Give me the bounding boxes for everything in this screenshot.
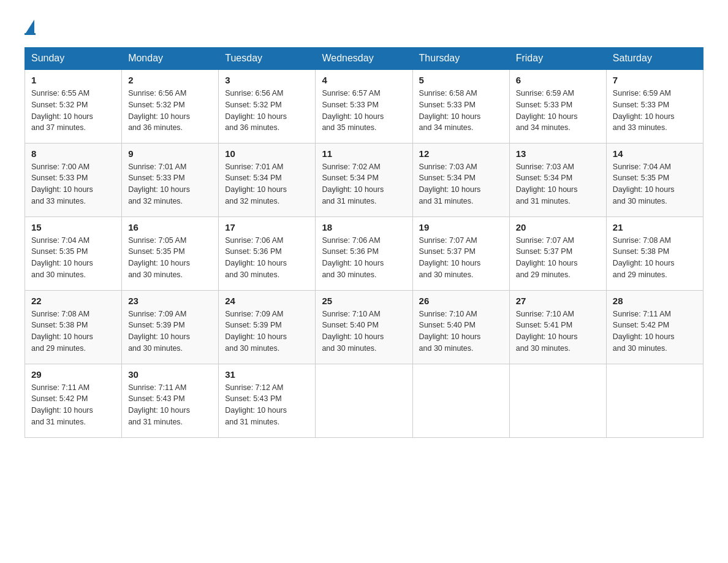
weekday-header-friday: Friday: [509, 48, 606, 70]
calendar-day-cell: 1 Sunrise: 6:55 AMSunset: 5:32 PMDayligh…: [25, 69, 122, 143]
calendar-day-cell: 15 Sunrise: 7:04 AMSunset: 5:35 PMDaylig…: [25, 216, 122, 290]
day-number: 16: [128, 222, 212, 232]
day-info: Sunrise: 7:11 AMSunset: 5:42 PMDaylight:…: [613, 310, 675, 353]
day-number: 11: [322, 148, 406, 159]
day-number: 21: [613, 222, 697, 232]
calendar-week-row: 22 Sunrise: 7:08 AMSunset: 5:38 PMDaylig…: [25, 290, 703, 364]
day-number: 18: [322, 222, 406, 232]
calendar-day-cell: 6 Sunrise: 6:59 AMSunset: 5:33 PMDayligh…: [509, 69, 606, 143]
calendar-day-cell: 4 Sunrise: 6:57 AMSunset: 5:33 PMDayligh…: [316, 69, 412, 143]
calendar-day-cell: 28 Sunrise: 7:11 AMSunset: 5:42 PMDaylig…: [606, 290, 703, 364]
day-number: 6: [516, 75, 600, 85]
calendar-day-cell: 13 Sunrise: 7:03 AMSunset: 5:34 PMDaylig…: [509, 143, 606, 216]
day-number: 23: [128, 296, 212, 306]
calendar-day-cell: 18 Sunrise: 7:06 AMSunset: 5:36 PMDaylig…: [316, 216, 412, 290]
calendar-week-row: 29 Sunrise: 7:11 AMSunset: 5:42 PMDaylig…: [25, 364, 703, 437]
day-info: Sunrise: 7:05 AMSunset: 5:35 PMDaylight:…: [128, 236, 190, 279]
calendar-day-cell: 20 Sunrise: 7:07 AMSunset: 5:37 PMDaylig…: [509, 216, 606, 290]
day-info: Sunrise: 6:59 AMSunset: 5:33 PMDaylight:…: [516, 89, 578, 132]
day-info: Sunrise: 6:57 AMSunset: 5:33 PMDaylight:…: [322, 89, 384, 132]
calendar-day-cell: 7 Sunrise: 6:59 AMSunset: 5:33 PMDayligh…: [606, 69, 703, 143]
day-number: 19: [419, 222, 503, 232]
day-info: Sunrise: 7:11 AMSunset: 5:42 PMDaylight:…: [31, 383, 93, 426]
day-info: Sunrise: 7:04 AMSunset: 5:35 PMDaylight:…: [613, 163, 675, 205]
day-info: Sunrise: 7:08 AMSunset: 5:38 PMDaylight:…: [613, 236, 675, 279]
day-number: 29: [31, 369, 115, 380]
calendar-day-cell: 17 Sunrise: 7:06 AMSunset: 5:36 PMDaylig…: [219, 216, 316, 290]
day-info: Sunrise: 6:59 AMSunset: 5:33 PMDaylight:…: [613, 89, 675, 132]
day-number: 5: [419, 75, 503, 85]
calendar-week-row: 8 Sunrise: 7:00 AMSunset: 5:33 PMDayligh…: [25, 143, 703, 216]
day-number: 31: [225, 369, 309, 380]
day-info: Sunrise: 7:09 AMSunset: 5:39 PMDaylight:…: [225, 310, 287, 353]
calendar-day-cell: 26 Sunrise: 7:10 AMSunset: 5:40 PMDaylig…: [412, 290, 509, 364]
day-number: 12: [419, 148, 503, 159]
day-info: Sunrise: 7:04 AMSunset: 5:35 PMDaylight:…: [31, 236, 93, 279]
calendar-day-cell: 31 Sunrise: 7:12 AMSunset: 5:43 PMDaylig…: [219, 364, 316, 437]
logo-underline: [25, 33, 36, 35]
day-info: Sunrise: 7:03 AMSunset: 5:34 PMDaylight:…: [516, 163, 578, 205]
calendar-day-cell: 16 Sunrise: 7:05 AMSunset: 5:35 PMDaylig…: [122, 216, 219, 290]
calendar-week-row: 1 Sunrise: 6:55 AMSunset: 5:32 PMDayligh…: [25, 69, 703, 143]
day-info: Sunrise: 7:08 AMSunset: 5:38 PMDaylight:…: [31, 310, 93, 353]
day-number: 15: [31, 222, 115, 232]
day-info: Sunrise: 7:03 AMSunset: 5:34 PMDaylight:…: [419, 163, 481, 205]
calendar-day-cell: 10 Sunrise: 7:01 AMSunset: 5:34 PMDaylig…: [219, 143, 316, 216]
logo-triangle-icon: [26, 20, 34, 33]
calendar-day-cell: 21 Sunrise: 7:08 AMSunset: 5:38 PMDaylig…: [606, 216, 703, 290]
logo: [25, 18, 36, 35]
calendar-day-cell: 27 Sunrise: 7:10 AMSunset: 5:41 PMDaylig…: [509, 290, 606, 364]
calendar-day-cell: 3 Sunrise: 6:56 AMSunset: 5:32 PMDayligh…: [219, 69, 316, 143]
day-info: Sunrise: 6:58 AMSunset: 5:33 PMDaylight:…: [419, 89, 481, 132]
day-info: Sunrise: 7:06 AMSunset: 5:36 PMDaylight:…: [225, 236, 287, 279]
day-number: 20: [516, 222, 600, 232]
day-info: Sunrise: 7:01 AMSunset: 5:33 PMDaylight:…: [128, 163, 190, 205]
day-number: 27: [516, 296, 600, 306]
day-number: 26: [419, 296, 503, 306]
day-info: Sunrise: 7:07 AMSunset: 5:37 PMDaylight:…: [419, 236, 481, 279]
day-info: Sunrise: 7:10 AMSunset: 5:41 PMDaylight:…: [516, 310, 578, 353]
day-number: 28: [613, 296, 697, 306]
weekday-header-row: SundayMondayTuesdayWednesdayThursdayFrid…: [25, 48, 703, 70]
day-number: 24: [225, 296, 309, 306]
calendar-day-cell: 25 Sunrise: 7:10 AMSunset: 5:40 PMDaylig…: [316, 290, 412, 364]
weekday-header-wednesday: Wednesday: [316, 48, 412, 70]
calendar-day-cell: [316, 364, 412, 437]
day-number: 7: [613, 75, 697, 85]
day-info: Sunrise: 6:56 AMSunset: 5:32 PMDaylight:…: [225, 89, 287, 132]
calendar-day-cell: 23 Sunrise: 7:09 AMSunset: 5:39 PMDaylig…: [122, 290, 219, 364]
day-info: Sunrise: 7:11 AMSunset: 5:43 PMDaylight:…: [128, 383, 190, 426]
day-info: Sunrise: 6:56 AMSunset: 5:32 PMDaylight:…: [128, 89, 190, 132]
calendar-day-cell: 24 Sunrise: 7:09 AMSunset: 5:39 PMDaylig…: [219, 290, 316, 364]
day-number: 30: [128, 369, 212, 380]
calendar-day-cell: 19 Sunrise: 7:07 AMSunset: 5:37 PMDaylig…: [412, 216, 509, 290]
calendar-day-cell: 14 Sunrise: 7:04 AMSunset: 5:35 PMDaylig…: [606, 143, 703, 216]
day-info: Sunrise: 7:09 AMSunset: 5:39 PMDaylight:…: [128, 310, 190, 353]
day-info: Sunrise: 7:00 AMSunset: 5:33 PMDaylight:…: [31, 163, 93, 205]
calendar-day-cell: [606, 364, 703, 437]
day-number: 22: [31, 296, 115, 306]
calendar-day-cell: 29 Sunrise: 7:11 AMSunset: 5:42 PMDaylig…: [25, 364, 122, 437]
day-number: 17: [225, 222, 309, 232]
day-info: Sunrise: 7:01 AMSunset: 5:34 PMDaylight:…: [225, 163, 287, 205]
day-number: 2: [128, 75, 212, 85]
day-info: Sunrise: 7:07 AMSunset: 5:37 PMDaylight:…: [516, 236, 578, 279]
day-info: Sunrise: 7:12 AMSunset: 5:43 PMDaylight:…: [225, 383, 287, 426]
day-number: 14: [613, 148, 697, 159]
calendar-day-cell: 2 Sunrise: 6:56 AMSunset: 5:32 PMDayligh…: [122, 69, 219, 143]
day-number: 1: [31, 75, 115, 85]
calendar-day-cell: 5 Sunrise: 6:58 AMSunset: 5:33 PMDayligh…: [412, 69, 509, 143]
weekday-header-sunday: Sunday: [25, 48, 122, 70]
weekday-header-monday: Monday: [122, 48, 219, 70]
calendar-day-cell: 30 Sunrise: 7:11 AMSunset: 5:43 PMDaylig…: [122, 364, 219, 437]
day-info: Sunrise: 6:55 AMSunset: 5:32 PMDaylight:…: [31, 89, 93, 132]
day-number: 25: [322, 296, 406, 306]
day-info: Sunrise: 7:02 AMSunset: 5:34 PMDaylight:…: [322, 163, 384, 205]
calendar-table: SundayMondayTuesdayWednesdayThursdayFrid…: [25, 47, 703, 438]
day-info: Sunrise: 7:10 AMSunset: 5:40 PMDaylight:…: [419, 310, 481, 353]
day-number: 3: [225, 75, 309, 85]
calendar-day-cell: 9 Sunrise: 7:01 AMSunset: 5:33 PMDayligh…: [122, 143, 219, 216]
weekday-header-thursday: Thursday: [412, 48, 509, 70]
calendar-day-cell: [509, 364, 606, 437]
weekday-header-saturday: Saturday: [606, 48, 703, 70]
